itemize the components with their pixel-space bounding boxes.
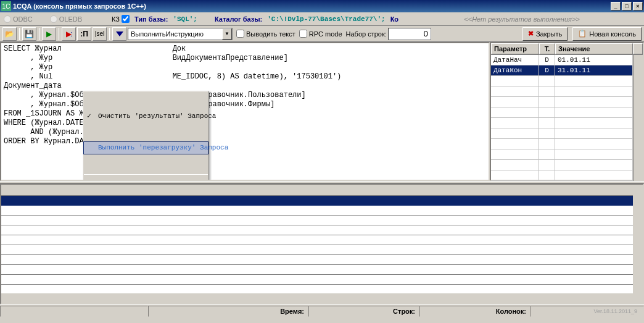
editor-line: Документ_дата bbox=[4, 82, 62, 90]
param-row-empty[interactable] bbox=[491, 128, 633, 139]
editor-line: , Жур ВидДокументаПредставление] bbox=[4, 54, 288, 62]
param-row-empty[interactable] bbox=[491, 97, 633, 107]
result-header bbox=[1, 185, 643, 196]
status-rows: Строк: bbox=[308, 306, 419, 317]
katalog-label: Каталог базы: bbox=[215, 15, 262, 23]
toolbar: 📂 💾 ▶ ▶: :П |sel ВыполнитьИнструкцию ▼ В… bbox=[0, 26, 644, 42]
close-button-toolbar[interactable]: ✖Закрыть bbox=[522, 27, 568, 41]
param-row-empty[interactable] bbox=[491, 86, 633, 97]
minimize-button[interactable]: _ bbox=[611, 2, 621, 10]
menu-separator bbox=[84, 174, 208, 175]
param-type-cell: D bbox=[539, 55, 555, 65]
params-header: Параметр Т. Значение bbox=[491, 43, 643, 55]
odbc-radio[interactable]: ODBC bbox=[4, 15, 33, 23]
param-row-empty[interactable] bbox=[491, 149, 633, 160]
params-scrollbar[interactable] bbox=[633, 55, 643, 181]
db-type-value: 'SQL'; bbox=[173, 15, 197, 23]
maximize-button[interactable]: □ bbox=[622, 2, 632, 10]
titlebar: 1C 1CQA (консоль прямых запросов 1С++) _… bbox=[0, 0, 644, 12]
pause-button[interactable]: :П bbox=[77, 27, 91, 41]
copy-icon: 📋 bbox=[578, 30, 587, 38]
no-results-text: <<Нет результатов выполнения>> bbox=[403, 15, 640, 23]
close-icon: ✖ bbox=[528, 30, 534, 38]
chevron-down-icon[interactable]: ▼ bbox=[222, 28, 232, 40]
close-button[interactable]: × bbox=[633, 2, 643, 10]
window-title: 1CQA (консоль прямых запросов 1С++) bbox=[13, 2, 611, 10]
sql-editor[interactable]: SELECT Журнал Док , Жур ВидДокументаПред… bbox=[0, 42, 490, 181]
tip-bazy-label: Тип базы: bbox=[134, 15, 168, 23]
result-row[interactable] bbox=[1, 225, 643, 235]
param-value-cell: 31.01.11 bbox=[555, 65, 633, 75]
check-icon: ✓ bbox=[87, 112, 91, 121]
rows-input[interactable] bbox=[388, 28, 431, 40]
open-button[interactable]: 📂 bbox=[2, 27, 17, 41]
debug-button[interactable]: ▶: bbox=[62, 27, 76, 41]
oledb-radio[interactable]: OLEDB bbox=[50, 15, 82, 23]
rpc-check[interactable]: RPC mode bbox=[299, 30, 342, 38]
result-vscrollbar[interactable] bbox=[633, 185, 643, 293]
param-row-empty[interactable] bbox=[491, 160, 633, 170]
ko-label: Ко bbox=[390, 15, 398, 23]
exec-combo-text: ВыполнитьИнструкцию bbox=[128, 30, 222, 38]
status-bar: Время: Строк: Колонок: Ver.18.11.2011_9 bbox=[0, 304, 644, 317]
param-type-cell: D bbox=[539, 65, 555, 75]
param-value-cell: 01.01.11 bbox=[555, 55, 633, 65]
result-row[interactable] bbox=[1, 235, 643, 245]
scroll-corner bbox=[633, 293, 643, 303]
editor-line: , Жур bbox=[4, 63, 173, 72]
dropdown-trigger-button[interactable] bbox=[112, 27, 126, 41]
result-row[interactable] bbox=[1, 216, 643, 225]
status-cols: Колонок: bbox=[419, 306, 530, 317]
param-type-header[interactable]: Т. bbox=[539, 43, 555, 54]
result-selected-row[interactable] bbox=[1, 196, 643, 206]
status-version: Ver.18.11.2011_9 bbox=[530, 306, 644, 317]
new-console-button[interactable]: 📋Новая консоль bbox=[572, 27, 642, 41]
app-icon: 1C bbox=[1, 1, 11, 11]
param-row-empty[interactable] bbox=[491, 139, 633, 149]
param-row-empty[interactable] bbox=[491, 170, 633, 181]
status-time: Время: bbox=[148, 306, 308, 317]
param-name-cell: ДатаНач bbox=[491, 55, 539, 65]
param-name-header[interactable]: Параметр bbox=[491, 43, 539, 54]
result-row[interactable] bbox=[1, 265, 643, 275]
run-button[interactable]: ▶ bbox=[42, 27, 56, 41]
param-scroll-header bbox=[633, 43, 643, 54]
param-name-cell: ДатаКон bbox=[491, 65, 539, 75]
save-button[interactable]: 💾 bbox=[22, 27, 36, 41]
param-row-empty[interactable] bbox=[491, 76, 633, 86]
param-row-empty[interactable] bbox=[491, 118, 633, 128]
options-bar: ODBC OLEDB КЗ Тип базы: 'SQL'; Каталог б… bbox=[0, 12, 644, 26]
k3-check[interactable]: КЗ bbox=[112, 15, 130, 23]
menu-clear-results[interactable]: ✓Очистить 'результаты' Запроса bbox=[83, 110, 208, 123]
param-value-header[interactable]: Значение bbox=[555, 43, 633, 54]
result-row[interactable] bbox=[1, 275, 643, 285]
param-row-empty[interactable] bbox=[491, 107, 633, 118]
status-cell-1 bbox=[0, 306, 148, 317]
result-grid[interactable] bbox=[0, 183, 644, 304]
param-row[interactable]: ДатаНач D 01.01.11 bbox=[491, 55, 633, 65]
output-text-check[interactable]: Выводить текст bbox=[236, 30, 295, 38]
db-path-value: 'C:\!Dvlp-77\Bases\Trade77\'; bbox=[267, 15, 385, 23]
editor-line: SELECT Журнал Док bbox=[4, 44, 186, 53]
exec-combo[interactable]: ВыполнитьИнструкцию ▼ bbox=[128, 28, 233, 40]
result-row[interactable] bbox=[1, 245, 643, 255]
sel-button[interactable]: |sel bbox=[93, 27, 107, 41]
result-hscrollbar[interactable] bbox=[1, 293, 633, 303]
menu-reload-query[interactable]: Выполнить 'перезагрузку' Запроса bbox=[83, 141, 208, 154]
context-menu: ✓Очистить 'результаты' Запроса Выполнить… bbox=[83, 91, 209, 181]
param-row-selected[interactable]: ДатаКон D 31.01.11 bbox=[491, 65, 633, 76]
rows-label: Набор строк: bbox=[346, 30, 387, 38]
result-row[interactable] bbox=[1, 206, 643, 216]
editor-line: , Nul ME_IDDOC, 8) AS datetime), '175301… bbox=[4, 72, 341, 81]
params-panel: Параметр Т. Значение ДатаНач D 01.01.11 … bbox=[490, 42, 644, 181]
result-row[interactable] bbox=[1, 255, 643, 265]
